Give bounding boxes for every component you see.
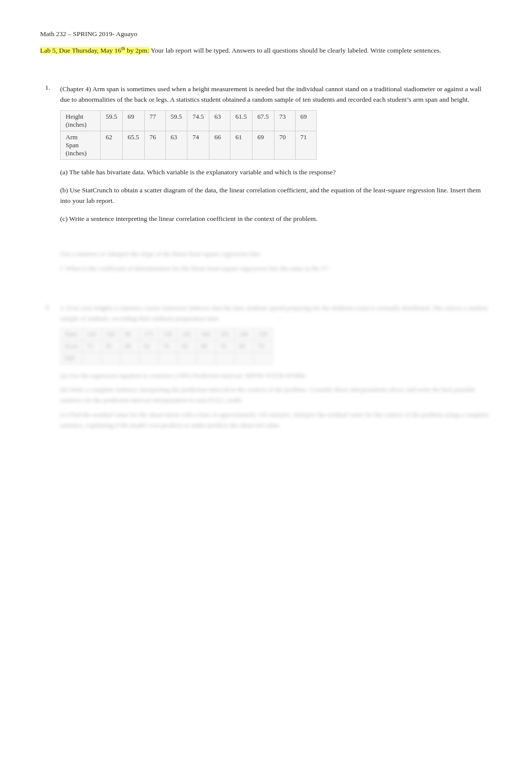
blurred-score-label: Score — [61, 340, 83, 352]
blurred-data-table: Time 120 150 90 175 130 145 160 105 140 … — [60, 328, 273, 365]
height-val-8: 67.5 — [252, 110, 274, 131]
blurred-q2c: (c) Find the residual value for the obse… — [60, 410, 492, 431]
data-table: Height(inches) 59.5 69 77 59.5 74.5 63 6… — [60, 110, 317, 160]
height-label: Height(inches) — [61, 110, 101, 131]
armspan-val-9: 70 — [274, 131, 295, 159]
height-val-6: 63 — [209, 110, 230, 131]
question-1a: (a) The table has bivariate data. Which … — [60, 167, 492, 178]
blurred-q2b: (b) Write a complete sentence interpreti… — [60, 385, 492, 406]
question-1-intro: (Chapter 4) Arm span is sometimes used w… — [60, 84, 492, 105]
question-1-block: 1. (Chapter 4) Arm span is sometimes use… — [40, 84, 492, 229]
armspan-val-8: 69 — [252, 131, 274, 159]
blurred-row-diff: Diff — [61, 352, 273, 364]
armspan-val-2: 65.5 — [122, 131, 144, 159]
blurred-row-time: Time 120 150 90 175 130 145 160 105 140 … — [61, 328, 273, 340]
question-2-number: 2. — [45, 303, 60, 311]
question-1c: (c) Write a sentence interpreting the li… — [60, 213, 492, 224]
question-2-block: 2. 2. (Use your height) A statistics cou… — [40, 303, 492, 435]
height-val-5: 74.5 — [187, 110, 209, 131]
height-val-1: 59.5 — [101, 110, 123, 131]
armspan-label: ArmSpan(inches) — [61, 131, 101, 159]
armspan-val-3: 76 — [144, 131, 165, 159]
question-2-intro: 2. (Use your height) A statistics course… — [60, 303, 492, 324]
header-section: Math 232 – SPRING 2019- Aguayo Lab 5, Du… — [40, 30, 492, 56]
armspan-val-1: 62 — [101, 131, 123, 159]
question-1b: (b) Use StatCrunch to obtain a scatter d… — [60, 185, 492, 206]
course-title: Math 232 – SPRING 2019- Aguayo — [40, 30, 492, 38]
due-instructions-text: Your lab report will be typed. Answers t… — [149, 47, 441, 54]
armspan-val-5: 74 — [187, 131, 209, 159]
height-val-9: 73 — [274, 110, 295, 131]
armspan-val-4: 63 — [165, 131, 187, 159]
due-date-line: Lab 5, Due Thursday, May 16th by 2pm: Yo… — [40, 44, 492, 56]
blurred-line-1: Use a sentence to interpret the slope of… — [60, 249, 492, 259]
blurred-section: Use a sentence to interpret the slope of… — [40, 249, 492, 434]
armspan-val-10: 71 — [295, 131, 316, 159]
blurred-line-2: f. When is the coefficient of determinat… — [60, 264, 492, 274]
blurred-row-score: Score 72 85 68 92 78 82 88 70 80 76 — [61, 340, 273, 352]
height-val-2: 69 — [122, 110, 144, 131]
armspan-val-6: 66 — [209, 131, 230, 159]
table-row-height: Height(inches) 59.5 69 77 59.5 74.5 63 6… — [61, 110, 317, 131]
due-highlight: Lab 5, Due Thursday, May 16th by 2pm: — [40, 47, 149, 54]
blurred-q2a: (a) Use the regression equation to const… — [60, 371, 492, 381]
blurred-diff-label: Diff — [61, 352, 83, 364]
question-1-number: 1. — [45, 84, 60, 92]
height-val-7: 61.5 — [230, 110, 252, 131]
height-val-3: 77 — [144, 110, 165, 131]
superscript: th — [121, 45, 125, 51]
blurred-time-label: Time — [61, 328, 83, 340]
armspan-val-7: 61 — [230, 131, 252, 159]
height-val-4: 59.5 — [165, 110, 187, 131]
height-val-10: 69 — [295, 110, 316, 131]
table-row-armspan: ArmSpan(inches) 62 65.5 76 63 74 66 61 6… — [61, 131, 317, 159]
